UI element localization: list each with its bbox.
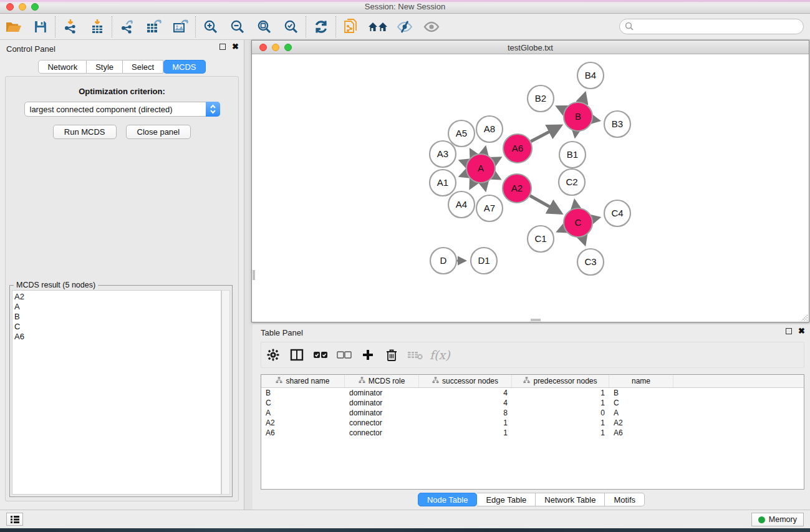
delete-column-icon[interactable] xyxy=(380,344,403,366)
edge-A-A1[interactable] xyxy=(460,173,466,176)
result-item[interactable]: A xyxy=(14,302,221,312)
home-icon[interactable] xyxy=(364,16,391,38)
graph-node-A2[interactable]: A2 xyxy=(503,174,531,203)
table-cell[interactable]: 1 xyxy=(512,428,609,438)
table-cell[interactable]: B xyxy=(261,388,345,398)
zoom-in-icon[interactable] xyxy=(197,16,224,38)
table-cell[interactable]: A2 xyxy=(261,418,345,428)
edge-A-A6[interactable] xyxy=(494,158,500,161)
edge-B-B1[interactable] xyxy=(575,132,576,137)
edge-B-B3[interactable] xyxy=(593,119,599,120)
canvas-vertical-scroll-mark[interactable] xyxy=(253,270,255,280)
float-panel-icon[interactable] xyxy=(219,44,226,50)
edge-A-A3[interactable] xyxy=(460,161,466,163)
table-row[interactable]: Cdominator41C xyxy=(261,398,804,408)
graph-node-D1[interactable]: D1 xyxy=(471,248,497,274)
table-cell[interactable]: 1 xyxy=(512,388,609,398)
import-network-icon[interactable] xyxy=(57,16,84,38)
tab-edge-table[interactable]: Edge Table xyxy=(477,493,536,506)
network-window-title-bar[interactable]: testGlobe.txt xyxy=(252,41,809,54)
table-cell[interactable]: A xyxy=(261,408,345,418)
table-row[interactable]: Bdominator41B xyxy=(261,388,804,398)
show-all-icon[interactable] xyxy=(418,16,445,38)
tab-network[interactable]: Network xyxy=(38,60,87,74)
node-table[interactable]: shared nameMCDS rolesuccessor nodesprede… xyxy=(261,374,804,490)
search-input[interactable] xyxy=(634,21,803,33)
table-row[interactable]: A2connector11A2 xyxy=(261,418,804,428)
run-mcds-button[interactable]: Run MCDS xyxy=(53,125,117,139)
table-cell[interactable]: dominator xyxy=(345,398,419,408)
result-item[interactable]: C xyxy=(14,322,221,332)
column-header-predecessor-nodes[interactable]: predecessor nodes xyxy=(512,375,609,387)
table-cell[interactable]: A2 xyxy=(609,418,673,428)
edge-A-A8[interactable] xyxy=(484,147,485,153)
table-cell[interactable]: 8 xyxy=(419,408,512,418)
task-history-button[interactable] xyxy=(6,513,23,526)
resize-grip-icon[interactable] xyxy=(799,312,808,321)
edge-A6-B[interactable] xyxy=(531,126,560,142)
table-cell[interactable]: 4 xyxy=(419,388,512,398)
table-cell[interactable]: C xyxy=(261,398,345,408)
graph-node-A[interactable]: A xyxy=(466,154,495,183)
delete-table-icon[interactable] xyxy=(403,344,427,366)
graph-node-C2[interactable]: C2 xyxy=(559,169,585,195)
table-cell[interactable]: dominator xyxy=(345,408,419,418)
table-cell[interactable]: 0 xyxy=(512,408,609,418)
graph-node-A1[interactable]: A1 xyxy=(430,170,456,196)
graph-node-A4[interactable]: A4 xyxy=(448,191,475,218)
graph-node-B2[interactable]: B2 xyxy=(528,85,554,112)
network-canvas[interactable]: B4B2BB3A5A8A6A3B1AA1C2A2A4A7C4CC1C3DD1 xyxy=(252,55,809,322)
tab-node-table[interactable]: Node Table xyxy=(418,493,478,506)
edge-A2-C[interactable] xyxy=(530,196,561,213)
new-session-from-network-icon[interactable] xyxy=(337,16,364,38)
add-column-icon[interactable] xyxy=(356,344,380,366)
edge-A-A4[interactable] xyxy=(470,181,474,188)
table-cell[interactable]: connector xyxy=(345,418,419,428)
column-header-MCDS-role[interactable]: MCDS role xyxy=(345,375,419,387)
tab-network-table[interactable]: Network Table xyxy=(536,493,605,506)
edge-C-C1[interactable] xyxy=(558,229,564,232)
tab-mcds[interactable]: MCDS xyxy=(163,60,205,74)
column-header-name[interactable]: name xyxy=(609,375,673,387)
memory-button[interactable]: Memory xyxy=(751,513,804,526)
graph-node-D[interactable]: D xyxy=(430,248,456,274)
table-cell[interactable]: dominator xyxy=(345,388,419,398)
column-browser-icon[interactable] xyxy=(285,344,309,366)
export-table-icon[interactable] xyxy=(140,16,167,38)
edge-B-B4[interactable] xyxy=(582,94,585,102)
table-row[interactable]: A6connector11A6 xyxy=(261,428,804,438)
graph-node-A3[interactable]: A3 xyxy=(430,141,456,167)
graph-node-B4[interactable]: B4 xyxy=(577,62,604,89)
table-cell[interactable]: A6 xyxy=(609,428,673,438)
canvas-horizontal-scroll-mark[interactable] xyxy=(531,319,541,321)
table-cell[interactable]: A6 xyxy=(261,428,345,438)
close-table-panel-icon[interactable]: ✖ xyxy=(798,328,805,334)
mcds-result-list[interactable]: A2ABCA6 xyxy=(12,290,221,495)
save-session-icon[interactable] xyxy=(27,16,54,38)
export-image-icon[interactable] xyxy=(167,16,194,38)
close-panel-button[interactable]: Close panel xyxy=(126,125,191,139)
result-item[interactable]: A2 xyxy=(14,292,221,302)
edge-B-B2[interactable] xyxy=(557,107,564,110)
tab-style[interactable]: Style xyxy=(87,60,123,74)
table-cell[interactable]: 1 xyxy=(512,398,609,408)
tab-motifs[interactable]: Motifs xyxy=(605,493,645,506)
zoom-fit-icon[interactable] xyxy=(251,16,277,38)
column-header-successor-nodes[interactable]: successor nodes xyxy=(419,375,512,387)
zoom-out-icon[interactable] xyxy=(224,16,251,38)
edge-C-C4[interactable] xyxy=(592,218,599,219)
result-item[interactable]: B xyxy=(14,312,221,322)
import-table-icon[interactable] xyxy=(84,16,110,38)
edge-C-C2[interactable] xyxy=(575,201,576,208)
graph-node-C3[interactable]: C3 xyxy=(577,249,604,275)
close-panel-icon[interactable]: ✖ xyxy=(232,44,239,50)
result-item[interactable]: A6 xyxy=(14,332,221,342)
open-file-icon[interactable] xyxy=(0,16,27,38)
table-cell[interactable]: connector xyxy=(345,428,419,438)
table-cell[interactable]: 1 xyxy=(419,418,512,428)
table-cell[interactable]: 4 xyxy=(419,398,512,408)
edge-A-A7[interactable] xyxy=(484,183,485,190)
edge-C-C3[interactable] xyxy=(582,237,585,244)
graph-node-A6[interactable]: A6 xyxy=(503,134,532,163)
apply-layout-icon[interactable] xyxy=(307,16,334,38)
